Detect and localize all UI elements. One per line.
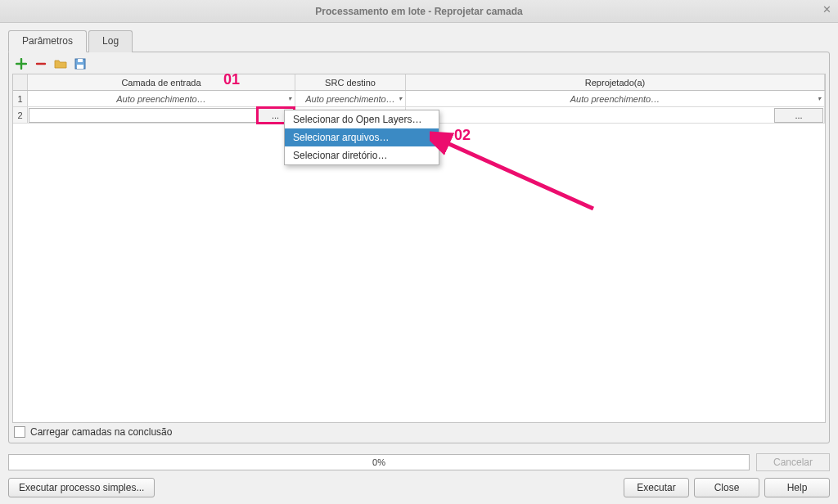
progress-row: 0% Cancelar <box>0 448 838 475</box>
add-row-icon[interactable] <box>14 57 29 70</box>
autofill-label: Auto preenchimento… <box>305 94 394 104</box>
cancel-button: Cancelar <box>756 453 830 471</box>
svg-rect-2 <box>77 65 83 69</box>
run-button[interactable]: Executar <box>624 478 689 497</box>
input-layer-field[interactable] <box>29 108 258 123</box>
autofill-label: Auto preenchimento… <box>570 94 660 104</box>
load-layers-checkbox[interactable] <box>14 426 25 438</box>
column-header-crs[interactable]: SRC destino <box>295 74 406 90</box>
column-header-output[interactable]: Reprojetado(a) <box>406 74 825 90</box>
progress-bar: 0% <box>8 454 750 470</box>
toolbar <box>12 56 826 74</box>
chevron-down-icon: ▾ <box>288 95 291 102</box>
batch-processing-dialog: Processamento em lote - Reprojetar camad… <box>0 0 838 504</box>
tabbar: Parâmetros Log <box>8 29 830 52</box>
progress-text: 0% <box>372 457 385 467</box>
close-button[interactable]: Close <box>694 478 759 497</box>
tab-parametros[interactable]: Parâmetros <box>8 30 87 52</box>
autofill-label: Auto preenchimento… <box>116 94 205 104</box>
chevron-down-icon: ▾ <box>818 95 821 102</box>
tab-log[interactable]: Log <box>88 30 133 52</box>
help-button[interactable]: Help <box>764 478 830 497</box>
footer: Executar processo simples... Executar Cl… <box>0 475 838 504</box>
input-source-menu: Selecionar do Open Layers… Selecionar ar… <box>284 110 439 165</box>
input-layer-cell: ... <box>28 107 295 123</box>
autofill-input[interactable]: Auto preenchimento… ▾ <box>28 91 295 106</box>
column-headers: Camada de entrada SRC destino Reprojetad… <box>13 74 825 91</box>
row-number[interactable]: 1 <box>13 91 28 106</box>
row-number[interactable]: 2 <box>13 107 28 123</box>
browse-output-button[interactable]: ... <box>774 108 823 123</box>
autofill-row: 1 Auto preenchimento… ▾ Auto preenchimen… <box>13 91 825 107</box>
window-title: Processamento em lote - Reprojetar camad… <box>315 6 522 17</box>
titlebar: Processamento em lote - Reprojetar camad… <box>0 0 838 23</box>
save-icon[interactable] <box>73 57 88 70</box>
menu-item-open-layers[interactable]: Selecionar do Open Layers… <box>285 110 439 128</box>
remove-row-icon[interactable] <box>34 57 48 70</box>
run-simple-button[interactable]: Executar processo simples... <box>8 478 155 497</box>
column-header-rownum <box>13 74 28 90</box>
load-layers-row: Carregar camadas na conclusão <box>12 423 826 438</box>
menu-item-select-directory[interactable]: Selecionar diretório… <box>285 146 439 164</box>
content-area: Parâmetros Log <box>0 23 838 448</box>
open-folder-icon[interactable] <box>53 57 68 70</box>
svg-rect-1 <box>78 59 83 62</box>
close-icon[interactable]: ✕ <box>822 3 831 16</box>
load-layers-label: Carregar camadas na conclusão <box>30 426 172 438</box>
autofill-output[interactable]: Auto preenchimento… ▾ <box>406 91 825 106</box>
output-cell: ... <box>406 107 825 123</box>
autofill-crs[interactable]: Auto preenchimento… ▾ <box>295 91 406 106</box>
menu-item-select-files[interactable]: Selecionar arquivos… <box>285 128 439 146</box>
chevron-down-icon: ▾ <box>399 95 402 102</box>
column-header-input[interactable]: Camada de entrada <box>28 74 295 90</box>
